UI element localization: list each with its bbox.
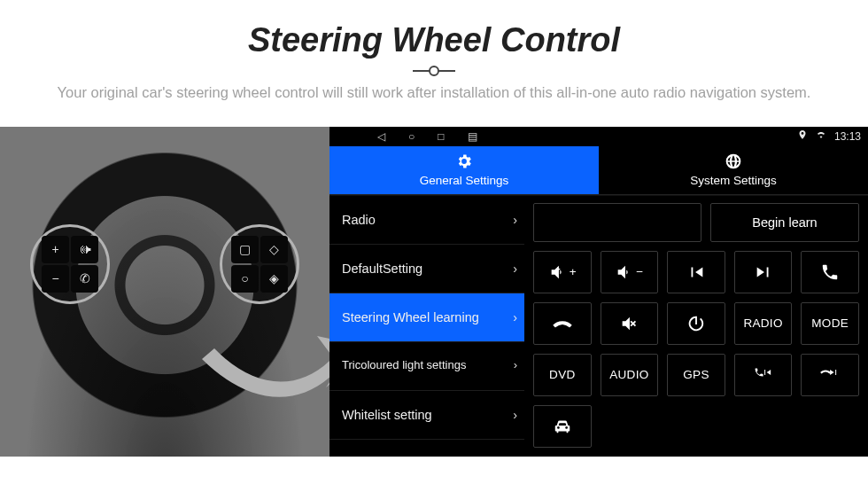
menu-label: Radio: [342, 213, 376, 227]
android-statusbar: ◁ ○ □ ▤ 13:13: [329, 127, 868, 146]
wheel-btn-d: ◈: [260, 265, 288, 293]
wheel-left-cluster: + 🕪 − ✆: [30, 224, 110, 304]
menu-item-radio[interactable]: Radio ›: [329, 196, 524, 245]
chevron-right-icon: ›: [513, 408, 517, 422]
learning-panel: Begin learn +−RADIOMODEDVDAUDIOGPS: [524, 196, 868, 457]
wheel-btn-phone: ✆: [71, 265, 98, 293]
swc-button phone-pickup-icon[interactable]: [801, 251, 859, 293]
swc-button phone-prev-icon[interactable]: [734, 354, 793, 396]
swc-button-radio[interactable]: RADIO: [734, 302, 793, 345]
learn-slot[interactable]: [533, 203, 701, 242]
page-subtitle: Your original car's steering wheel contr…: [53, 82, 815, 104]
tab-system-settings[interactable]: System Settings: [599, 146, 868, 195]
menu-label: DefaultSetting: [342, 262, 422, 276]
menu-item-tricolour[interactable]: Tricoloured light settings ›: [329, 342, 524, 391]
menu-label: Whitelist setting: [342, 408, 432, 422]
chevron-right-icon: ›: [514, 359, 517, 372]
swc-button prev-track-icon[interactable]: [667, 251, 725, 293]
swc-button phone-hangup-icon[interactable]: [533, 302, 592, 345]
title-divider: [413, 70, 455, 72]
wheel-btn-c: ○: [231, 265, 259, 293]
menu-item-steering[interactable]: Steering Wheel learning ›: [329, 293, 524, 342]
menu-label: Tricoloured light settings: [342, 359, 466, 372]
nav-more-icon[interactable]: ▤: [468, 130, 477, 143]
chevron-right-icon: ›: [513, 310, 517, 324]
tab-label: General Settings: [420, 174, 509, 187]
nav-home-icon[interactable]: ○: [408, 130, 415, 143]
page-title: Steering Wheel Control: [35, 21, 833, 59]
swc-button vol-down-icon[interactable]: −: [601, 251, 659, 293]
gps-icon: [797, 129, 808, 143]
callout-arrow-icon: [193, 306, 329, 421]
begin-learn-button[interactable]: Begin learn: [710, 203, 859, 242]
wheel-btn-plus: +: [42, 236, 69, 263]
nav-recents-icon[interactable]: □: [438, 130, 444, 143]
swc-button-audio[interactable]: AUDIO: [601, 354, 659, 396]
steering-wheel-photo: + 🕪 − ✆ ▢ ◇ ○ ◈: [0, 127, 329, 457]
globe-icon: [725, 152, 742, 170]
swc-button power-icon[interactable]: [667, 302, 725, 345]
chevron-right-icon: ›: [513, 213, 517, 227]
clock: 13:13: [834, 130, 861, 143]
headunit-screen: ◁ ○ □ ▤ 13:13 General Setti: [329, 127, 868, 457]
tab-general-settings[interactable]: General Settings: [329, 146, 599, 195]
chevron-right-icon: ›: [513, 262, 517, 276]
swc-button phone-next-icon[interactable]: [801, 354, 859, 396]
wheel-btn-voice: 🕪: [71, 236, 98, 263]
menu-label: Steering Wheel learning: [342, 310, 479, 324]
wheel-btn-a: ▢: [231, 236, 259, 263]
wheel-right-cluster: ▢ ◇ ○ ◈: [220, 224, 299, 304]
swc-button-gps[interactable]: GPS: [667, 354, 725, 396]
swc-button next-track-icon[interactable]: [734, 251, 793, 293]
swc-button car-icon[interactable]: [533, 405, 592, 448]
nav-back-icon[interactable]: ◁: [377, 130, 385, 143]
swc-button-dvd[interactable]: DVD: [533, 354, 592, 396]
settings-menu: Radio › DefaultSetting › Steering Wheel …: [329, 196, 524, 457]
menu-item-whitelist[interactable]: Whitelist setting ›: [329, 391, 524, 440]
swc-button mute-icon[interactable]: [601, 302, 659, 345]
wifi-icon: [815, 129, 827, 143]
tab-label: System Settings: [690, 174, 777, 187]
swc-button vol-up-icon[interactable]: +: [533, 251, 592, 293]
menu-item-default[interactable]: DefaultSetting ›: [329, 245, 524, 293]
wheel-btn-minus: −: [42, 265, 69, 293]
gear-icon: [455, 152, 473, 170]
swc-button-mode[interactable]: MODE: [801, 302, 859, 345]
wheel-btn-b: ◇: [260, 236, 288, 263]
